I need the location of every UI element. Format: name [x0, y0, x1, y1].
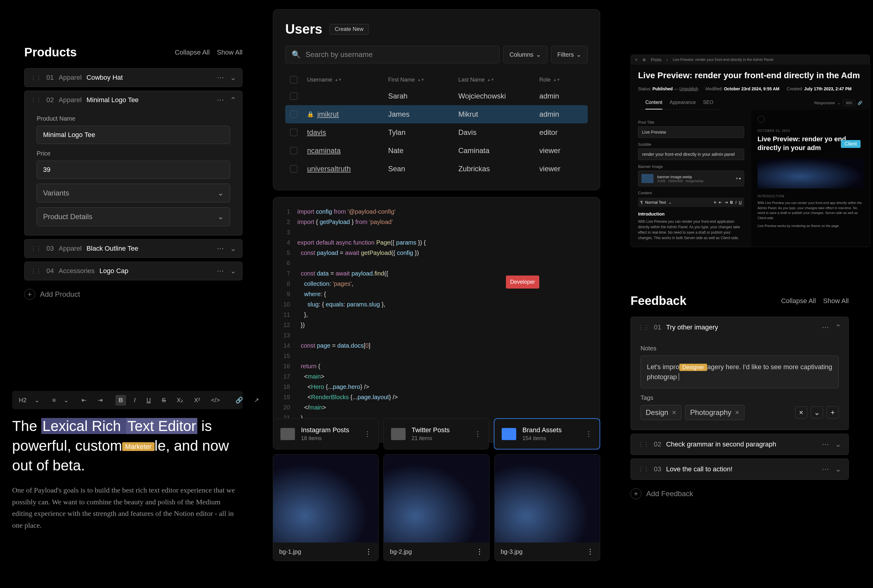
remove-tag-icon[interactable]: ×: [735, 408, 740, 417]
close-icon[interactable]: × ▾: [736, 176, 741, 181]
tag-chip[interactable]: Photography×: [685, 405, 744, 420]
variants-dropdown[interactable]: Variants ⌄: [37, 184, 230, 202]
drag-handle-icon[interactable]: ⋮⋮: [31, 268, 42, 274]
underline-icon[interactable]: U: [739, 200, 742, 205]
image-card[interactable]: bg-1.jpg ⋮: [273, 454, 379, 561]
lname-header[interactable]: Last Name▲▼: [458, 76, 534, 83]
clear-tags-button[interactable]: ×: [795, 406, 807, 418]
feedback-item-1[interactable]: ⋮⋮ 01 Try other imagery ⋯ ⌃ Notes Let's …: [630, 317, 849, 430]
username-cell[interactable]: tdavis: [307, 128, 383, 137]
drag-handle-icon[interactable]: ⋮⋮: [638, 441, 649, 448]
content-editor[interactable]: With Live Preview you can render your fr…: [638, 219, 744, 241]
more-icon[interactable]: ⋮: [585, 430, 592, 438]
breadcrumb[interactable]: Live Preview: render your front-end dire…: [673, 58, 773, 62]
search-input[interactable]: 🔍 Search by username: [285, 46, 500, 63]
editor-body[interactable]: One of Payload's goals is to build the b…: [12, 484, 243, 531]
drag-handle-icon[interactable]: ⋮⋮: [638, 324, 649, 331]
align-left-icon[interactable]: ≡: [50, 395, 59, 405]
image-card[interactable]: bg-2.jpg ⋮: [384, 454, 489, 561]
table-row[interactable]: 🔒jmikrut James Mikrut admin: [285, 105, 588, 123]
product-item-4[interactable]: ⋮⋮ 04 Accessories Logo Cap ⋯ ⌄: [24, 262, 243, 280]
breadcrumb[interactable]: Posts: [651, 57, 662, 62]
underline-icon[interactable]: U: [143, 395, 154, 405]
username-cell[interactable]: 🔒jmikrut: [307, 110, 383, 118]
subscript-icon[interactable]: X₂: [174, 394, 186, 405]
chevron-down-icon[interactable]: ⌄: [230, 267, 236, 275]
more-icon[interactable]: ⋯: [217, 244, 224, 253]
chevron-down-icon[interactable]: ⌄: [835, 440, 841, 448]
row-checkbox[interactable]: [290, 165, 297, 172]
table-row[interactable]: tdavis Tylan Davis editor: [285, 123, 588, 141]
link-icon[interactable]: 🔗: [858, 100, 862, 105]
chevron-down-icon[interactable]: ⌄: [230, 244, 236, 253]
globe-icon[interactable]: ⊕: [642, 57, 646, 62]
tab-appearance[interactable]: Appearance: [670, 96, 696, 110]
username-header[interactable]: Username▲▼: [307, 76, 383, 83]
unpublish-link[interactable]: Unpublish: [679, 86, 698, 91]
indent-increase-icon[interactable]: ⇥: [94, 394, 106, 405]
folder-card-active[interactable]: Brand Assets 154 items ⋮: [494, 418, 600, 450]
strike-icon[interactable]: S: [159, 395, 169, 405]
italic-icon[interactable]: I: [131, 395, 139, 405]
drag-handle-icon[interactable]: ⋮⋮: [31, 97, 42, 104]
table-row[interactable]: Sarah Wojciechowski admin: [285, 87, 588, 105]
columns-button[interactable]: Columns ⌄: [503, 46, 548, 63]
table-row[interactable]: universaltruth Sean Zubrickas viewer: [285, 160, 588, 178]
role-header[interactable]: Role▲▼: [539, 76, 583, 83]
indent-icon[interactable]: ⇤: [719, 200, 722, 205]
chevron-up-icon[interactable]: ⌃: [230, 96, 236, 104]
remove-tag-icon[interactable]: ×: [672, 408, 676, 417]
fname-header[interactable]: First Name▲▼: [388, 76, 453, 83]
chevron-down-icon[interactable]: ⌄: [835, 465, 841, 473]
more-icon[interactable]: ⋮: [476, 548, 483, 556]
close-icon[interactable]: ×: [635, 57, 638, 62]
superscript-icon[interactable]: X²: [191, 395, 203, 405]
product-name-input[interactable]: [37, 126, 230, 144]
responsive-select[interactable]: Responsive: [814, 100, 835, 105]
chevron-down-icon[interactable]: ⌄: [34, 396, 40, 404]
folder-card[interactable]: Instagram Posts 18 items ⋮: [273, 418, 379, 450]
folder-card[interactable]: Twitter Posts 21 items ⋮: [384, 418, 489, 450]
italic-icon[interactable]: I: [735, 200, 736, 205]
more-icon[interactable]: ⋯: [822, 323, 829, 332]
paragraph-icon[interactable]: ¶: [640, 200, 643, 205]
more-icon[interactable]: ⋮: [365, 548, 372, 556]
row-checkbox[interactable]: [290, 93, 297, 100]
post-title-input[interactable]: [638, 126, 744, 138]
show-all-button[interactable]: Show All: [823, 297, 849, 305]
code-icon[interactable]: </>: [208, 395, 223, 405]
drag-handle-icon[interactable]: ⋮⋮: [638, 466, 649, 472]
tags-dropdown-button[interactable]: ⌄: [811, 406, 823, 418]
row-checkbox[interactable]: [290, 111, 297, 118]
collapse-all-button[interactable]: Collapse All: [175, 48, 210, 56]
chevron-up-icon[interactable]: ⌃: [835, 323, 841, 332]
align-icon[interactable]: ≡: [714, 200, 716, 205]
more-icon[interactable]: ⋯: [217, 267, 224, 275]
tag-chip[interactable]: Design×: [640, 405, 681, 420]
feedback-item-3[interactable]: ⋮⋮ 03 Love the call to action! ⋯ ⌄: [630, 459, 849, 480]
add-product-button[interactable]: + Add Product: [24, 284, 243, 304]
tab-content[interactable]: Content: [645, 96, 662, 110]
external-link-icon[interactable]: ↗: [251, 394, 262, 405]
more-icon[interactable]: ⋯: [217, 74, 224, 82]
bold-icon[interactable]: B: [116, 395, 126, 405]
select-all-checkbox[interactable]: [290, 76, 297, 83]
price-input[interactable]: [37, 160, 230, 179]
add-feedback-button[interactable]: + Add Feedback: [630, 483, 849, 504]
filters-button[interactable]: Filters ⌄: [551, 46, 588, 63]
collapse-all-button[interactable]: Collapse All: [781, 297, 816, 305]
username-cell[interactable]: ncaminata: [307, 146, 383, 155]
create-new-button[interactable]: Create New: [330, 24, 369, 34]
editor-heading[interactable]: The Lexical Rich Text Editor is powerful…: [12, 417, 243, 475]
text-style-select[interactable]: Normal Text: [645, 200, 666, 205]
feedback-item-2[interactable]: ⋮⋮ 02 Check grammar in second paragraph …: [630, 434, 849, 455]
more-icon[interactable]: ⋯: [217, 96, 224, 104]
username-cell[interactable]: universaltruth: [307, 165, 383, 173]
tab-seo[interactable]: SEO: [703, 96, 713, 110]
more-icon[interactable]: ⋮: [364, 430, 371, 438]
chevron-down-icon[interactable]: ⌄: [64, 396, 69, 404]
drag-handle-icon[interactable]: ⋮⋮: [31, 245, 42, 252]
table-row[interactable]: ncaminata Nate Caminata viewer: [285, 141, 588, 160]
add-tag-button[interactable]: +: [826, 406, 839, 418]
more-icon[interactable]: ⋯: [822, 465, 829, 473]
